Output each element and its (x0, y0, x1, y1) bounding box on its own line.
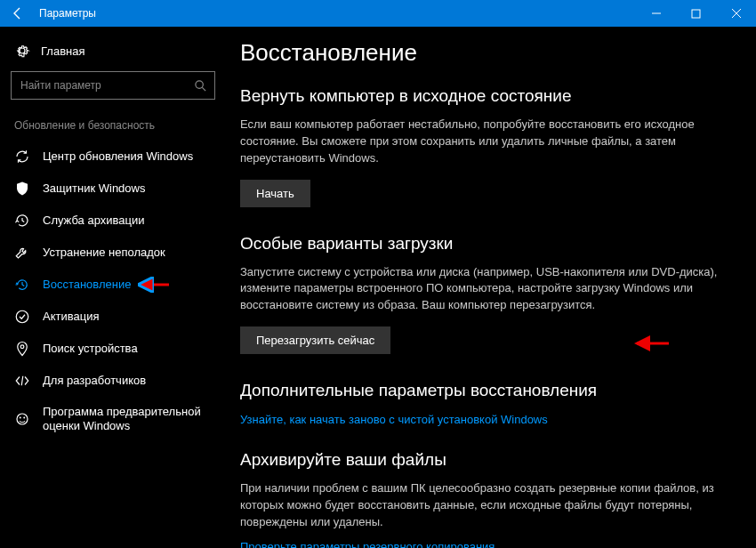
window-title: Параметры (36, 7, 96, 20)
sidebar-item-backup[interactable]: Служба архивации (11, 205, 215, 237)
settings-window: Параметры Главная Обновление и безопасно… (0, 0, 756, 548)
close-button[interactable] (716, 0, 756, 27)
nav-label: Поиск устройства (43, 342, 138, 356)
check-circle-icon (14, 309, 30, 325)
section-heading: Особые варианты загрузки (240, 234, 735, 254)
section-reset: Вернуть компьютер в исходное состояние Е… (240, 86, 735, 207)
minimize-icon (651, 8, 662, 19)
wrench-icon (14, 245, 30, 261)
category-label: Обновление и безопасность (11, 116, 215, 141)
sidebar-item-find-device[interactable]: Поиск устройства (11, 333, 215, 365)
location-icon (14, 341, 30, 357)
code-icon (14, 373, 30, 389)
svg-point-8 (20, 417, 21, 419)
minimize-button[interactable] (636, 0, 676, 27)
section-text: Запустите систему с устройства или диска… (240, 264, 735, 315)
section-heading: Архивируйте ваши файлы (240, 450, 735, 470)
maximize-button[interactable] (676, 0, 716, 27)
sidebar-item-developers[interactable]: Для разработчиков (11, 365, 215, 397)
nav-label: Для разработчиков (43, 374, 146, 388)
start-reset-button[interactable]: Начать (240, 180, 310, 207)
section-backup-files: Архивируйте ваши файлы При наличии пробл… (240, 450, 735, 548)
sidebar-nav: Центр обновления Windows Защитник Window… (11, 141, 215, 442)
svg-point-6 (20, 345, 24, 349)
fresh-start-link[interactable]: Узнайте, как начать заново с чистой уста… (240, 413, 548, 426)
svg-rect-1 (692, 10, 700, 18)
svg-line-3 (202, 87, 205, 91)
recovery-icon (14, 277, 30, 293)
nav-label: Активация (43, 310, 99, 324)
search-input[interactable] (19, 78, 194, 93)
shield-icon (14, 181, 30, 197)
sidebar-item-insider[interactable]: Программа предварительной оценки Windows (11, 397, 215, 442)
annotation-arrow-icon (631, 334, 671, 352)
search-icon (194, 79, 207, 93)
sync-icon (14, 149, 30, 165)
annotation-arrow-icon (135, 276, 171, 294)
back-button[interactable] (0, 0, 36, 27)
main-content: Восстановление Вернуть компьютер в исход… (222, 27, 756, 548)
sidebar: Главная Обновление и безопасность Центр … (0, 27, 222, 548)
close-icon (731, 8, 742, 19)
home-label: Главная (41, 44, 84, 58)
titlebar: Параметры (0, 0, 756, 27)
sidebar-item-windows-update[interactable]: Центр обновления Windows (11, 141, 215, 173)
arrow-left-icon (11, 6, 25, 20)
backup-icon (14, 213, 30, 229)
search-box[interactable] (11, 71, 215, 100)
body: Главная Обновление и безопасность Центр … (0, 27, 756, 548)
sidebar-item-home[interactable]: Главная (11, 37, 215, 64)
section-text: Если ваш компьютер работает нестабильно,… (240, 117, 735, 167)
svg-point-5 (16, 310, 28, 323)
insider-icon (14, 411, 30, 427)
nav-label: Устранение неполадок (43, 246, 165, 260)
sidebar-item-activation[interactable]: Активация (11, 301, 215, 333)
restart-now-button[interactable]: Перезагрузить сейчас (240, 326, 390, 354)
sidebar-item-recovery[interactable]: Восстановление (11, 269, 215, 301)
section-heading: Дополнительные параметры восстановления (240, 381, 735, 400)
section-heading: Вернуть компьютер в исходное состояние (240, 86, 735, 106)
maximize-icon (691, 9, 701, 19)
nav-label: Служба архивации (43, 214, 145, 228)
gear-icon (14, 43, 30, 59)
backup-settings-link[interactable]: Проверьте параметры резервного копирован… (240, 540, 495, 548)
nav-label: Программа предварительной оценки Windows (43, 405, 212, 434)
section-advanced-startup: Особые варианты загрузки Запустите систе… (240, 234, 735, 355)
svg-point-2 (196, 80, 203, 87)
svg-point-9 (23, 417, 25, 419)
nav-label: Центр обновления Windows (43, 149, 193, 164)
sidebar-item-troubleshoot[interactable]: Устранение неполадок (11, 237, 215, 269)
page-title: Восстановление (240, 39, 735, 67)
nav-label: Восстановление (43, 278, 131, 292)
sidebar-item-defender[interactable]: Защитник Windows (11, 173, 215, 205)
section-more-recovery: Дополнительные параметры восстановления … (240, 381, 735, 427)
nav-label: Защитник Windows (43, 181, 145, 196)
section-text: При наличии проблем с вашим ПК целесообр… (240, 480, 735, 531)
